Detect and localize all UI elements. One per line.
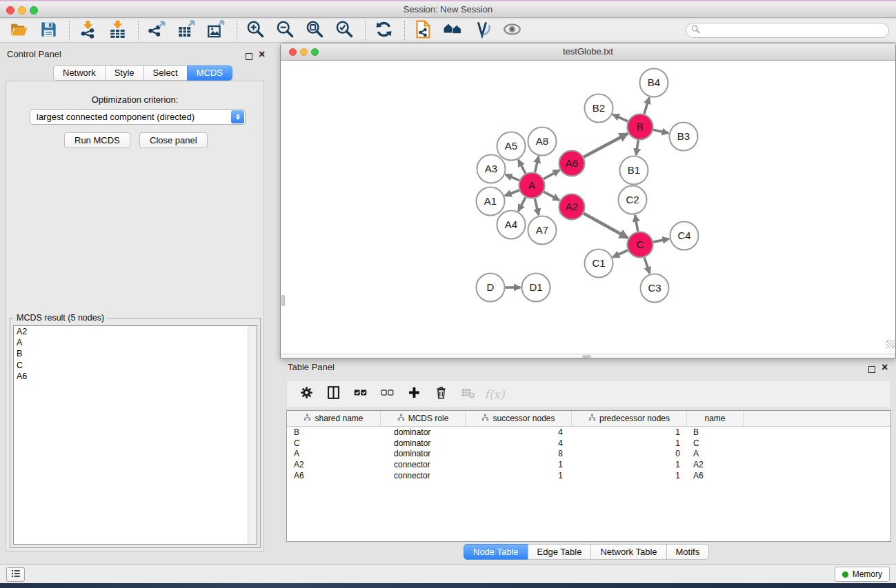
save-session-button[interactable] bbox=[37, 21, 60, 41]
deselect-all-button[interactable] bbox=[379, 386, 395, 403]
graph-edge-B-B2[interactable] bbox=[613, 114, 628, 121]
export-image-button[interactable] bbox=[204, 21, 228, 41]
table-cell[interactable]: A bbox=[287, 449, 381, 458]
show-panels-button[interactable] bbox=[6, 567, 25, 582]
network-canvas[interactable]: B4B2BB3A8A5A6A3B1AA1C2A2A4A7C4CC1C3DD1 bbox=[281, 61, 895, 354]
table-cell[interactable]: B bbox=[687, 427, 744, 437]
graph-edge-A2-C[interactable] bbox=[584, 213, 628, 238]
mcds-result-item[interactable]: C bbox=[14, 360, 257, 371]
tab-edge-table[interactable]: Edge Table bbox=[528, 544, 592, 560]
horizontal-scrollbar[interactable] bbox=[281, 354, 895, 358]
horizontal-scrollbar-thumb[interactable] bbox=[582, 355, 591, 358]
zoom-fit-button[interactable] bbox=[303, 21, 326, 41]
close-panel-icon[interactable]: × bbox=[259, 51, 265, 58]
graph-edge-B-B3[interactable] bbox=[653, 130, 668, 133]
graph-edge-A6-B[interactable] bbox=[584, 134, 628, 157]
network-minimize-button[interactable] bbox=[300, 48, 308, 56]
search-box[interactable] bbox=[686, 23, 889, 38]
table-cell[interactable]: 1 bbox=[572, 471, 687, 480]
tab-style[interactable]: Style bbox=[105, 65, 144, 81]
close-panel-button[interactable]: Close panel bbox=[139, 132, 208, 148]
table-row[interactable]: Cdominator41C bbox=[287, 438, 890, 449]
table-cell[interactable]: 1 bbox=[466, 471, 572, 480]
show-hide-button[interactable] bbox=[500, 21, 524, 41]
import-table-button[interactable] bbox=[106, 21, 129, 41]
tab-node-table[interactable]: Node Table bbox=[464, 544, 528, 560]
graph-edge-A-A5[interactable] bbox=[518, 160, 525, 174]
graph-edge-C-C3[interactable] bbox=[644, 257, 650, 273]
column-header-MCDS-role[interactable]: MCDS role bbox=[381, 411, 466, 426]
zoom-out-button[interactable] bbox=[273, 21, 297, 41]
cybrowser-button[interactable] bbox=[411, 21, 435, 41]
table-row[interactable]: Adominator80A bbox=[287, 449, 890, 460]
table-cell[interactable]: A6 bbox=[287, 471, 381, 480]
graph-edge-A-A8[interactable] bbox=[535, 156, 538, 172]
resize-grip-icon[interactable] bbox=[886, 340, 895, 348]
search-input[interactable] bbox=[700, 24, 888, 37]
mcds-result-item[interactable]: A6 bbox=[14, 371, 257, 382]
table-cell[interactable]: A bbox=[687, 449, 744, 458]
column-header-predecessor-nodes[interactable]: predecessor nodes bbox=[572, 411, 687, 426]
zoom-selected-button[interactable] bbox=[332, 21, 356, 41]
table-cell[interactable]: C bbox=[287, 438, 381, 448]
zoom-window-button[interactable] bbox=[30, 6, 38, 14]
table-row[interactable]: A2connector11A2 bbox=[287, 459, 890, 470]
minimize-window-button[interactable] bbox=[18, 6, 26, 14]
table-cell[interactable]: 4 bbox=[466, 427, 572, 437]
mcds-result-item[interactable]: A bbox=[14, 337, 257, 348]
import-network-button[interactable] bbox=[76, 21, 99, 41]
graph-edge-B-B1[interactable] bbox=[636, 140, 638, 154]
refresh-button[interactable] bbox=[372, 21, 395, 41]
graph-edge-A-A4[interactable] bbox=[518, 197, 525, 211]
table-cell[interactable]: C bbox=[687, 438, 744, 448]
table-cell[interactable]: A6 bbox=[687, 471, 744, 480]
graph-edge-C-C1[interactable] bbox=[613, 250, 628, 257]
table-cell[interactable]: 4 bbox=[466, 438, 572, 448]
mcds-result-list[interactable]: A2ABCA6 bbox=[13, 325, 257, 545]
table-cell[interactable]: 1 bbox=[572, 438, 687, 448]
delete-button[interactable] bbox=[432, 386, 449, 403]
gear-button[interactable] bbox=[298, 386, 315, 403]
close-window-button[interactable] bbox=[6, 6, 14, 14]
table-float-panel-icon[interactable] bbox=[868, 363, 875, 376]
vertical-scrollbar-thumb[interactable] bbox=[281, 295, 285, 306]
column-header-name[interactable]: name bbox=[687, 411, 744, 426]
home-button[interactable] bbox=[441, 21, 464, 41]
graph-edge-A-A1[interactable] bbox=[505, 190, 519, 196]
column-header-shared-name[interactable]: shared name bbox=[287, 411, 381, 426]
columns-button[interactable] bbox=[325, 386, 341, 403]
table-cell[interactable]: A2 bbox=[287, 460, 381, 469]
tab-select[interactable]: Select bbox=[143, 65, 188, 81]
style-preview-button[interactable] bbox=[470, 21, 494, 41]
graph-edge-B-B4[interactable] bbox=[644, 97, 649, 114]
open-file-button[interactable] bbox=[7, 21, 30, 41]
table-cell[interactable]: 8 bbox=[466, 449, 572, 458]
tab-network[interactable]: Network bbox=[53, 65, 106, 81]
table-cell[interactable]: dominator bbox=[381, 438, 466, 448]
table-cell[interactable]: connector bbox=[381, 471, 466, 480]
export-network-button[interactable] bbox=[145, 21, 168, 41]
table-row[interactable]: Bdominator41B bbox=[287, 427, 890, 438]
table-row[interactable]: A6connector11A6 bbox=[287, 470, 890, 481]
table-cell[interactable]: A2 bbox=[687, 460, 744, 469]
export-table-button[interactable] bbox=[175, 21, 198, 41]
select-all-button[interactable] bbox=[352, 386, 368, 403]
network-close-button[interactable] bbox=[289, 48, 297, 56]
table-cell[interactable]: 1 bbox=[466, 460, 572, 469]
table-cell[interactable]: dominator bbox=[381, 427, 466, 437]
graph-edge-A-A7[interactable] bbox=[535, 199, 539, 215]
table-cell[interactable]: 1 bbox=[572, 460, 687, 469]
table-cell[interactable]: connector bbox=[381, 460, 466, 469]
graph-edge-A-A3[interactable] bbox=[506, 174, 519, 180]
table-cell[interactable]: B bbox=[287, 427, 381, 437]
tab-motifs[interactable]: Motifs bbox=[666, 544, 710, 560]
network-window-titlebar[interactable]: testGlobe.txt bbox=[281, 43, 895, 61]
column-header-successor-nodes[interactable]: successor nodes bbox=[466, 411, 572, 426]
table-cell[interactable]: 1 bbox=[572, 427, 687, 437]
add-column-button[interactable] bbox=[406, 386, 422, 403]
tab-network-table[interactable]: Network Table bbox=[590, 544, 666, 560]
tab-mcds[interactable]: MCDS bbox=[187, 65, 232, 81]
network-zoom-button[interactable] bbox=[311, 48, 319, 56]
zoom-in-button[interactable] bbox=[243, 21, 267, 41]
table-cell[interactable]: dominator bbox=[381, 449, 466, 458]
